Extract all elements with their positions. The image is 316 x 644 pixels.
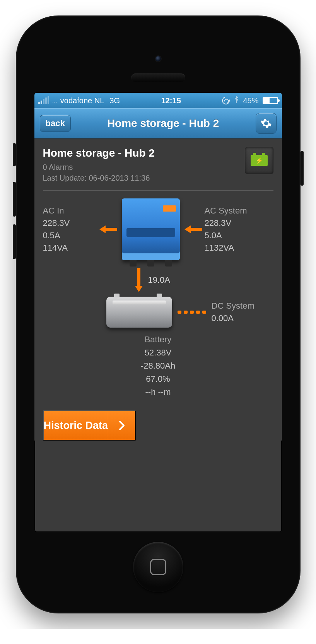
battery-charging-icon: ⚡: [251, 155, 268, 166]
back-button[interactable]: back: [40, 115, 71, 132]
clock: 12:15: [120, 96, 222, 105]
site-title: Home storage - Hub 2: [43, 147, 239, 159]
last-update: Last Update: 06-06-2013 11:36: [43, 173, 239, 183]
phone-speaker: [131, 73, 185, 82]
ac-system-current: 5.0A: [205, 229, 266, 242]
chevron-right-icon: [108, 411, 135, 440]
ac-system-power: 1132VA: [205, 242, 266, 254]
bluetooth-icon: [234, 96, 239, 106]
battery-percent: 45%: [243, 96, 258, 105]
historic-data-button[interactable]: Historic Data: [43, 410, 136, 441]
home-button[interactable]: [133, 542, 183, 592]
historic-data-label: Historic Data: [44, 420, 108, 432]
page-title: Home storage - Hub 2: [71, 117, 256, 130]
arrow-left-icon: [184, 225, 202, 233]
carrier-label: vodafone NL: [60, 96, 104, 105]
battery-ttg: --h --m: [43, 386, 273, 399]
ac-in-voltage: 228.3V: [43, 217, 97, 229]
phone-side-button: [13, 182, 16, 217]
battery-stats: Battery 52.38V -28.80Ah 67.0% --h --m: [43, 333, 273, 399]
arrow-down-icon: [135, 268, 143, 292]
battery-icon: [263, 97, 278, 104]
battery-label: Battery: [43, 333, 273, 346]
ac-in-block: AC In 228.3V 0.5A 114VA: [43, 205, 97, 254]
settings-button[interactable]: [256, 113, 277, 134]
signal-icon: [38, 97, 49, 104]
phone-side-button: [301, 151, 304, 186]
network-label: 3G: [109, 96, 120, 105]
phone-side-button: [13, 224, 16, 259]
phone-side-button: [13, 143, 16, 166]
status-bar: ... vodafone NL 3G 12:15 45%: [34, 93, 282, 108]
summary-header: Home storage - Hub 2 0 Alarms Last Updat…: [43, 147, 273, 183]
ac-system-label: AC System: [205, 205, 266, 217]
ac-in-power: 114VA: [43, 242, 97, 254]
inverter-icon: [122, 198, 180, 260]
charge-current: 19.0A: [148, 274, 171, 286]
ac-system-block: AC System 228.3V 5.0A 1132VA: [205, 205, 266, 254]
rotation-lock-icon: [221, 95, 231, 106]
dc-system-block: DC System 0.00A: [212, 300, 255, 325]
divider: [43, 190, 273, 191]
battery-soc: 67.0%: [43, 372, 273, 386]
nav-bar: back Home storage - Hub 2: [34, 108, 282, 138]
gear-icon: [260, 118, 272, 129]
battery-icon: [106, 297, 172, 328]
battery-ah: -28.80Ah: [43, 359, 273, 372]
dc-system-current: 0.00A: [212, 312, 255, 325]
phone-frame: ... vodafone NL 3G 12:15 45% back Home s…: [16, 15, 301, 613]
alarms-count: 0 Alarms: [43, 162, 239, 173]
power-diagram: AC In 228.3V 0.5A 114VA A: [43, 198, 273, 399]
ac-in-label: AC In: [43, 205, 97, 217]
flow-dashes-icon: [178, 311, 206, 314]
ac-system-voltage: 228.3V: [205, 217, 266, 229]
screen: ... vodafone NL 3G 12:15 45% back Home s…: [34, 93, 282, 532]
battery-voltage: 52.38V: [43, 346, 273, 359]
ac-in-current: 0.5A: [43, 229, 97, 242]
content: Home storage - Hub 2 0 Alarms Last Updat…: [34, 138, 282, 441]
arrow-left-icon: [99, 225, 117, 233]
dc-system-label: DC System: [212, 300, 255, 312]
battery-status-tile[interactable]: ⚡: [245, 147, 273, 174]
